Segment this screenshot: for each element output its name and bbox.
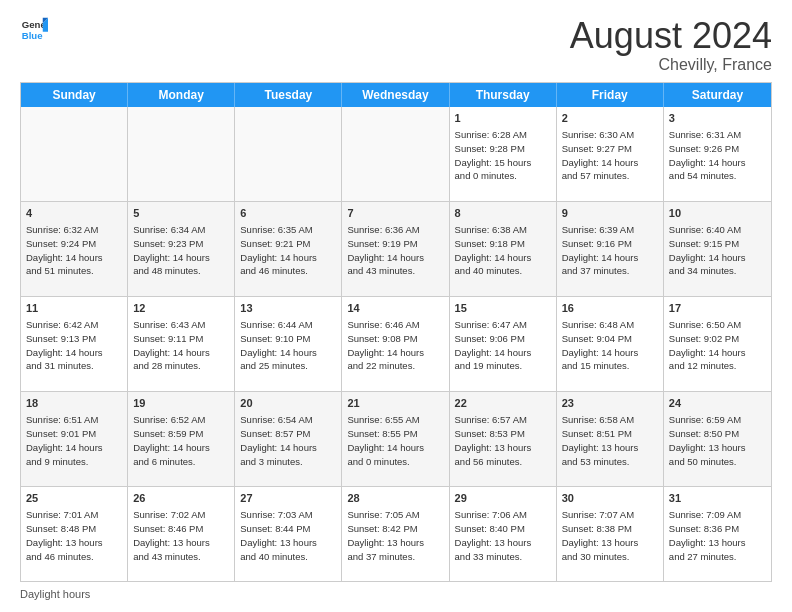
day-cell-22: 22Sunrise: 6:57 AMSunset: 8:53 PMDayligh…	[450, 392, 557, 486]
day-cell-3: 3Sunrise: 6:31 AMSunset: 9:26 PMDaylight…	[664, 107, 771, 201]
day-cell-15: 15Sunrise: 6:47 AMSunset: 9:06 PMDayligh…	[450, 297, 557, 391]
day-number: 11	[26, 301, 122, 316]
footer-text: Daylight hours	[20, 588, 90, 600]
day-info: Sunrise: 6:35 AMSunset: 9:21 PMDaylight:…	[240, 223, 336, 278]
day-header-friday: Friday	[557, 83, 664, 107]
day-header-thursday: Thursday	[450, 83, 557, 107]
day-cell-10: 10Sunrise: 6:40 AMSunset: 9:15 PMDayligh…	[664, 202, 771, 296]
day-cell-2: 2Sunrise: 6:30 AMSunset: 9:27 PMDaylight…	[557, 107, 664, 201]
day-number: 14	[347, 301, 443, 316]
day-info: Sunrise: 7:05 AMSunset: 8:42 PMDaylight:…	[347, 508, 443, 563]
calendar-body: 1Sunrise: 6:28 AMSunset: 9:28 PMDaylight…	[21, 107, 771, 581]
day-cell-1: 1Sunrise: 6:28 AMSunset: 9:28 PMDaylight…	[450, 107, 557, 201]
day-header-tuesday: Tuesday	[235, 83, 342, 107]
empty-cell	[235, 107, 342, 201]
day-number: 22	[455, 396, 551, 411]
day-cell-25: 25Sunrise: 7:01 AMSunset: 8:48 PMDayligh…	[21, 487, 128, 581]
day-cell-19: 19Sunrise: 6:52 AMSunset: 8:59 PMDayligh…	[128, 392, 235, 486]
day-info: Sunrise: 6:39 AMSunset: 9:16 PMDaylight:…	[562, 223, 658, 278]
empty-cell	[128, 107, 235, 201]
day-number: 30	[562, 491, 658, 506]
day-info: Sunrise: 7:09 AMSunset: 8:36 PMDaylight:…	[669, 508, 766, 563]
day-info: Sunrise: 7:03 AMSunset: 8:44 PMDaylight:…	[240, 508, 336, 563]
day-number: 8	[455, 206, 551, 221]
day-number: 1	[455, 111, 551, 126]
day-cell-21: 21Sunrise: 6:55 AMSunset: 8:55 PMDayligh…	[342, 392, 449, 486]
day-number: 12	[133, 301, 229, 316]
day-info: Sunrise: 6:55 AMSunset: 8:55 PMDaylight:…	[347, 413, 443, 468]
day-info: Sunrise: 7:02 AMSunset: 8:46 PMDaylight:…	[133, 508, 229, 563]
day-number: 6	[240, 206, 336, 221]
day-cell-7: 7Sunrise: 6:36 AMSunset: 9:19 PMDaylight…	[342, 202, 449, 296]
day-number: 16	[562, 301, 658, 316]
day-number: 20	[240, 396, 336, 411]
day-cell-14: 14Sunrise: 6:46 AMSunset: 9:08 PMDayligh…	[342, 297, 449, 391]
day-info: Sunrise: 6:47 AMSunset: 9:06 PMDaylight:…	[455, 318, 551, 373]
day-info: Sunrise: 6:36 AMSunset: 9:19 PMDaylight:…	[347, 223, 443, 278]
location: Chevilly, France	[570, 56, 772, 74]
day-cell-31: 31Sunrise: 7:09 AMSunset: 8:36 PMDayligh…	[664, 487, 771, 581]
week-row-0: 1Sunrise: 6:28 AMSunset: 9:28 PMDaylight…	[21, 107, 771, 201]
day-info: Sunrise: 6:44 AMSunset: 9:10 PMDaylight:…	[240, 318, 336, 373]
footer: Daylight hours	[20, 588, 772, 600]
day-cell-5: 5Sunrise: 6:34 AMSunset: 9:23 PMDaylight…	[128, 202, 235, 296]
day-cell-18: 18Sunrise: 6:51 AMSunset: 9:01 PMDayligh…	[21, 392, 128, 486]
day-cell-17: 17Sunrise: 6:50 AMSunset: 9:02 PMDayligh…	[664, 297, 771, 391]
day-cell-27: 27Sunrise: 7:03 AMSunset: 8:44 PMDayligh…	[235, 487, 342, 581]
calendar: SundayMondayTuesdayWednesdayThursdayFrid…	[20, 82, 772, 582]
day-info: Sunrise: 6:31 AMSunset: 9:26 PMDaylight:…	[669, 128, 766, 183]
day-header-monday: Monday	[128, 83, 235, 107]
day-number: 15	[455, 301, 551, 316]
week-row-4: 25Sunrise: 7:01 AMSunset: 8:48 PMDayligh…	[21, 486, 771, 581]
day-cell-24: 24Sunrise: 6:59 AMSunset: 8:50 PMDayligh…	[664, 392, 771, 486]
day-cell-28: 28Sunrise: 7:05 AMSunset: 8:42 PMDayligh…	[342, 487, 449, 581]
day-info: Sunrise: 6:43 AMSunset: 9:11 PMDaylight:…	[133, 318, 229, 373]
day-number: 27	[240, 491, 336, 506]
day-number: 3	[669, 111, 766, 126]
week-row-1: 4Sunrise: 6:32 AMSunset: 9:24 PMDaylight…	[21, 201, 771, 296]
day-info: Sunrise: 6:50 AMSunset: 9:02 PMDaylight:…	[669, 318, 766, 373]
day-info: Sunrise: 7:07 AMSunset: 8:38 PMDaylight:…	[562, 508, 658, 563]
day-number: 24	[669, 396, 766, 411]
day-cell-30: 30Sunrise: 7:07 AMSunset: 8:38 PMDayligh…	[557, 487, 664, 581]
day-cell-12: 12Sunrise: 6:43 AMSunset: 9:11 PMDayligh…	[128, 297, 235, 391]
empty-cell	[21, 107, 128, 201]
day-number: 31	[669, 491, 766, 506]
day-info: Sunrise: 6:40 AMSunset: 9:15 PMDaylight:…	[669, 223, 766, 278]
svg-text:Blue: Blue	[22, 30, 43, 41]
day-cell-13: 13Sunrise: 6:44 AMSunset: 9:10 PMDayligh…	[235, 297, 342, 391]
day-cell-26: 26Sunrise: 7:02 AMSunset: 8:46 PMDayligh…	[128, 487, 235, 581]
day-info: Sunrise: 7:01 AMSunset: 8:48 PMDaylight:…	[26, 508, 122, 563]
day-number: 7	[347, 206, 443, 221]
day-number: 18	[26, 396, 122, 411]
day-info: Sunrise: 6:58 AMSunset: 8:51 PMDaylight:…	[562, 413, 658, 468]
day-number: 29	[455, 491, 551, 506]
day-cell-23: 23Sunrise: 6:58 AMSunset: 8:51 PMDayligh…	[557, 392, 664, 486]
day-info: Sunrise: 6:38 AMSunset: 9:18 PMDaylight:…	[455, 223, 551, 278]
empty-cell	[342, 107, 449, 201]
day-number: 9	[562, 206, 658, 221]
day-info: Sunrise: 6:42 AMSunset: 9:13 PMDaylight:…	[26, 318, 122, 373]
day-number: 21	[347, 396, 443, 411]
day-cell-20: 20Sunrise: 6:54 AMSunset: 8:57 PMDayligh…	[235, 392, 342, 486]
day-info: Sunrise: 6:46 AMSunset: 9:08 PMDaylight:…	[347, 318, 443, 373]
day-number: 25	[26, 491, 122, 506]
day-info: Sunrise: 6:51 AMSunset: 9:01 PMDaylight:…	[26, 413, 122, 468]
month-title: August 2024	[570, 16, 772, 56]
week-row-3: 18Sunrise: 6:51 AMSunset: 9:01 PMDayligh…	[21, 391, 771, 486]
day-info: Sunrise: 6:32 AMSunset: 9:24 PMDaylight:…	[26, 223, 122, 278]
day-info: Sunrise: 6:30 AMSunset: 9:27 PMDaylight:…	[562, 128, 658, 183]
logo: General Blue	[20, 16, 48, 44]
day-info: Sunrise: 6:48 AMSunset: 9:04 PMDaylight:…	[562, 318, 658, 373]
day-cell-6: 6Sunrise: 6:35 AMSunset: 9:21 PMDaylight…	[235, 202, 342, 296]
day-cell-9: 9Sunrise: 6:39 AMSunset: 9:16 PMDaylight…	[557, 202, 664, 296]
day-cell-16: 16Sunrise: 6:48 AMSunset: 9:04 PMDayligh…	[557, 297, 664, 391]
title-area: August 2024 Chevilly, France	[570, 16, 772, 74]
day-info: Sunrise: 6:59 AMSunset: 8:50 PMDaylight:…	[669, 413, 766, 468]
day-header-saturday: Saturday	[664, 83, 771, 107]
day-info: Sunrise: 6:52 AMSunset: 8:59 PMDaylight:…	[133, 413, 229, 468]
day-cell-4: 4Sunrise: 6:32 AMSunset: 9:24 PMDaylight…	[21, 202, 128, 296]
day-number: 19	[133, 396, 229, 411]
day-number: 4	[26, 206, 122, 221]
calendar-header: SundayMondayTuesdayWednesdayThursdayFrid…	[21, 83, 771, 107]
